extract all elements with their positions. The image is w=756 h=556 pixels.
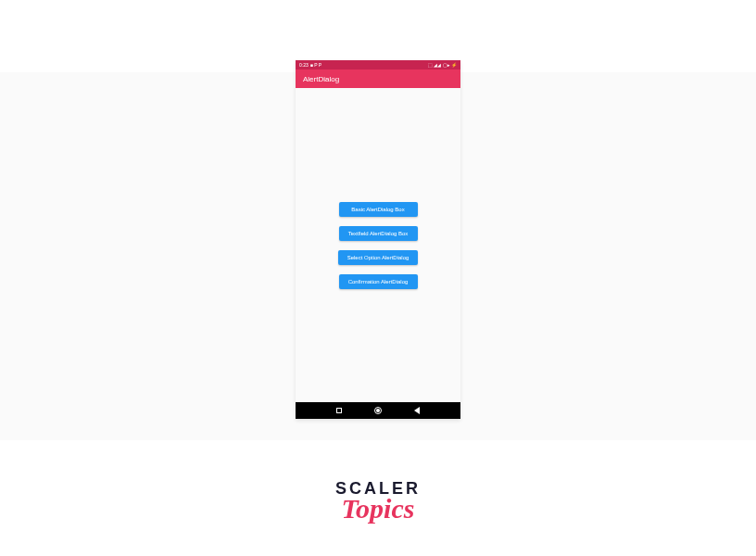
home-button[interactable] xyxy=(373,406,383,415)
confirmation-alertdialog-button[interactable]: Confirmation AlertDialog xyxy=(339,274,418,289)
system-icons: ⬚ ◢◢ ▢▸ ⚡ xyxy=(428,62,457,68)
app-bar: AlertDialog xyxy=(296,70,460,88)
basic-alertdialog-button[interactable]: Basic AlertDialog Box xyxy=(339,202,418,217)
logo-topics-text: Topics xyxy=(342,493,415,524)
recent-apps-button[interactable] xyxy=(334,406,344,415)
square-icon xyxy=(336,408,342,413)
circle-inner-icon xyxy=(376,409,380,412)
textfield-alertdialog-button[interactable]: Textfield AlertDialog Box xyxy=(339,226,418,241)
middle-band: 0:23 ■ P P ⬚ ◢◢ ▢▸ ⚡ AlertDialog Basic A… xyxy=(0,72,756,440)
triangle-icon xyxy=(414,407,420,414)
status-time: 0:23 xyxy=(299,62,309,68)
app-title: AlertDialog xyxy=(303,75,339,83)
app-content: Basic AlertDialog Box Textfield AlertDia… xyxy=(296,88,460,402)
status-right: ⬚ ◢◢ ▢▸ ⚡ xyxy=(428,62,457,68)
nav-bar xyxy=(296,402,460,419)
logo-section: SCALER Topics xyxy=(0,440,756,524)
notification-icons: ■ P P xyxy=(310,62,321,68)
status-bar: 0:23 ■ P P ⬚ ◢◢ ▢▸ ⚡ xyxy=(296,60,460,70)
phone-frame: 0:23 ■ P P ⬚ ◢◢ ▢▸ ⚡ AlertDialog Basic A… xyxy=(296,60,460,419)
select-option-alertdialog-button[interactable]: Select Option AlertDialog xyxy=(338,250,419,265)
back-button[interactable] xyxy=(412,406,422,415)
phone-container: 0:23 ■ P P ⬚ ◢◢ ▢▸ ⚡ AlertDialog Basic A… xyxy=(296,60,460,419)
circle-icon xyxy=(374,407,382,414)
status-left: 0:23 ■ P P xyxy=(299,62,321,68)
